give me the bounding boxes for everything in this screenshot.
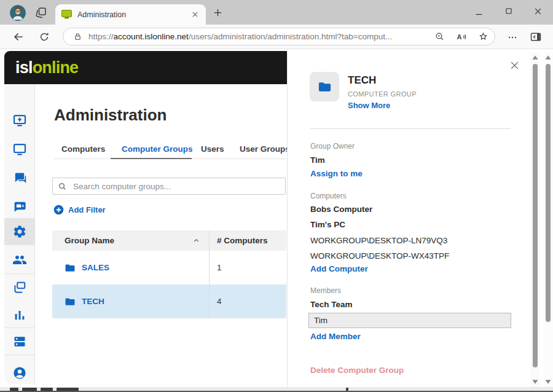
reports-chart-icon[interactable] bbox=[12, 308, 27, 323]
panel-scrollbar[interactable] bbox=[530, 52, 539, 387]
table-row-sales[interactable]: SALES 1 bbox=[52, 251, 286, 284]
read-aloud-icon[interactable]: A bbox=[456, 31, 467, 42]
maximize-icon[interactable] bbox=[505, 7, 512, 15]
add-session-icon[interactable] bbox=[12, 113, 27, 128]
workspaces-icon[interactable] bbox=[34, 6, 47, 19]
group-name: SALES bbox=[82, 263, 109, 272]
address-bar[interactable]: https://account.islonline.net/users/admi… bbox=[63, 28, 495, 45]
group-avatar-tile bbox=[310, 72, 339, 101]
table-header-row: Group Name # Computers bbox=[52, 230, 286, 251]
scroll-up-icon[interactable] bbox=[545, 55, 552, 60]
browser-toolbar: https://account.islonline.net/users/admi… bbox=[0, 25, 553, 49]
detail-panel: TECH COMPUTER GROUP Show More Group Owne… bbox=[287, 52, 553, 387]
folder-icon bbox=[65, 296, 76, 307]
scrollbar-thumb[interactable] bbox=[533, 64, 538, 367]
scroll-up-icon[interactable] bbox=[531, 55, 538, 60]
tab-close-icon[interactable] bbox=[190, 10, 200, 19]
computer-groups-table: Group Name # Computers SALES 1 bbox=[52, 230, 286, 318]
group-name: TECH bbox=[82, 297, 104, 306]
browser-profile-avatar[interactable] bbox=[10, 5, 26, 21]
refresh-icon[interactable] bbox=[39, 31, 50, 42]
computers-icon[interactable] bbox=[12, 142, 27, 157]
close-icon[interactable] bbox=[534, 7, 542, 15]
page-scrollbar[interactable] bbox=[543, 52, 553, 387]
group-owner-value: Tim bbox=[310, 155, 325, 165]
active-tab-underline bbox=[111, 158, 192, 159]
app-sidebar bbox=[4, 84, 35, 384]
add-member-link[interactable]: Add Member bbox=[310, 332, 361, 341]
lock-icon[interactable] bbox=[73, 32, 82, 41]
search-input[interactable] bbox=[52, 178, 286, 195]
more-menu-icon[interactable] bbox=[508, 33, 517, 42]
computer-item: WORKGROUP\DESKTOP-LN79VQ3 bbox=[310, 236, 447, 245]
tab-computers[interactable]: Computers bbox=[61, 144, 105, 154]
webpage: islonline bbox=[0, 49, 553, 392]
new-tab-icon[interactable] bbox=[213, 8, 222, 17]
add-filter-button[interactable]: Add Filter bbox=[53, 205, 106, 215]
video-call-icon[interactable] bbox=[12, 199, 27, 214]
computer-item: WORKGROUP\DESKTOP-WX43TPF bbox=[310, 251, 449, 261]
users-icon[interactable] bbox=[12, 253, 27, 267]
app-header: islonline bbox=[4, 51, 287, 84]
sidebar-divider bbox=[4, 355, 34, 355]
folder-icon bbox=[65, 262, 76, 273]
delete-computer-group-link[interactable]: Delete Computer Group bbox=[310, 366, 404, 375]
computer-item: Tim's PC bbox=[310, 220, 345, 229]
add-filter-label: Add Filter bbox=[68, 205, 106, 214]
assign-to-me-link[interactable]: Assign to me bbox=[310, 169, 363, 178]
tab-computer-groups[interactable]: Computer Groups bbox=[122, 144, 193, 154]
panel-close-icon[interactable] bbox=[509, 60, 520, 71]
show-more-link[interactable]: Show More bbox=[348, 101, 390, 110]
column-header-computers[interactable]: # Computers bbox=[209, 230, 286, 251]
scrollbar-thumb[interactable] bbox=[546, 64, 551, 322]
avatar-icon bbox=[10, 5, 26, 21]
group-computer-count: 4 bbox=[217, 297, 222, 306]
folder-icon bbox=[318, 80, 332, 94]
favorite-star-icon[interactable] bbox=[478, 31, 488, 42]
account-icon[interactable] bbox=[12, 366, 27, 380]
tab-user-groups[interactable]: User Groups bbox=[240, 144, 290, 154]
panel-type-label: COMPUTER GROUP bbox=[348, 90, 417, 98]
back-icon[interactable] bbox=[12, 31, 25, 43]
minimize-icon[interactable] bbox=[475, 10, 483, 18]
table-row-tech[interactable]: TECH 4 bbox=[52, 284, 286, 318]
group-computer-count: 1 bbox=[217, 263, 222, 272]
tab-users[interactable]: Users bbox=[201, 144, 224, 154]
scroll-down-icon[interactable] bbox=[531, 379, 538, 385]
group-owner-label: Group Owner bbox=[310, 142, 355, 151]
server-icon[interactable] bbox=[12, 334, 27, 349]
panel-title: TECH bbox=[348, 74, 376, 87]
computers-label: Computers bbox=[310, 192, 347, 200]
tab-title: Administration bbox=[77, 10, 190, 19]
chat-icon[interactable] bbox=[12, 171, 27, 186]
panel-divider bbox=[310, 128, 511, 129]
member-item: Tech Team bbox=[310, 300, 353, 309]
plus-circle-icon bbox=[53, 205, 64, 215]
computer-item: Bobs Computer bbox=[310, 205, 372, 214]
sidebar-divider bbox=[4, 273, 34, 274]
url-text: https://account.islonline.net/users/admi… bbox=[88, 32, 423, 41]
member-item-highlighted[interactable]: Tim bbox=[308, 313, 511, 328]
sidebar-toggle-icon[interactable] bbox=[530, 31, 542, 43]
svg-text:A: A bbox=[457, 33, 462, 40]
browser-tab-administration[interactable]: Administration bbox=[55, 4, 206, 25]
windows-icon[interactable] bbox=[12, 280, 27, 295]
browser-tabstrip: Administration bbox=[0, 0, 553, 25]
scroll-down-icon[interactable] bbox=[545, 379, 552, 385]
tab-favicon-monitor bbox=[61, 10, 72, 19]
islonline-logo: islonline bbox=[15, 58, 78, 77]
page-title: Administration bbox=[54, 106, 167, 125]
settings-gear-icon[interactable] bbox=[12, 224, 27, 239]
zoom-out-icon[interactable] bbox=[434, 31, 445, 42]
members-label: Members bbox=[310, 286, 341, 295]
sort-ascending-icon bbox=[192, 237, 200, 245]
column-header-group-name[interactable]: Group Name bbox=[52, 230, 209, 251]
add-computer-link[interactable]: Add Computer bbox=[310, 264, 368, 273]
sidebar-divider bbox=[4, 327, 34, 328]
